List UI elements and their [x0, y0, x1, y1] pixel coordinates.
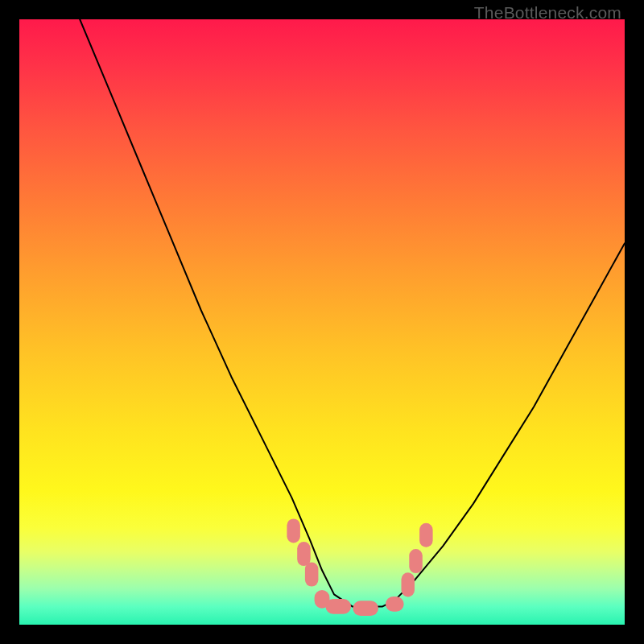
chart-frame: TheBottleneck.com [0, 0, 644, 644]
svg-rect-1 [297, 542, 311, 566]
svg-rect-5 [353, 601, 378, 616]
svg-rect-6 [386, 597, 404, 612]
svg-rect-2 [305, 563, 319, 587]
svg-rect-9 [419, 523, 433, 547]
bottleneck-curve [80, 19, 625, 606]
watermark-text: TheBottleneck.com [474, 3, 621, 23]
valley-markers [287, 518, 432, 616]
chart-svg [19, 19, 625, 625]
svg-rect-0 [287, 518, 300, 543]
svg-rect-7 [402, 572, 415, 597]
plot-area [19, 19, 625, 625]
svg-rect-4 [326, 599, 352, 614]
svg-rect-8 [409, 549, 423, 573]
